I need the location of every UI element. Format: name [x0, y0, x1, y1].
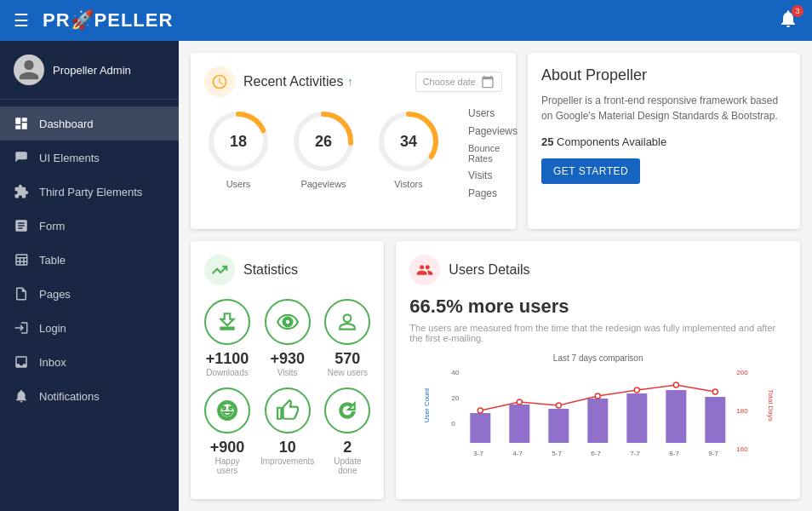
users-details-card: Users Details 66.5% more users The users… — [396, 241, 800, 499]
menu-icon[interactable]: ☰ — [14, 10, 29, 31]
svg-rect-12 — [471, 413, 491, 443]
sidebar-item-inbox[interactable]: Inbox — [0, 345, 179, 379]
users-chart: 40 20 0 200 180 160 — [435, 366, 766, 460]
gauge-users: 18 Users — [204, 107, 272, 197]
notification-bell[interactable]: 3 — [778, 9, 798, 32]
stat-item-happyusers: +900 Happy users — [204, 388, 250, 475]
svg-text:40: 40 — [452, 369, 460, 376]
stat-number-update: 2 — [324, 439, 370, 456]
stat-desc-newusers: New users — [324, 368, 370, 377]
main-content: Recent Activities ↑ Choose date — [179, 41, 812, 511]
stat-item-visits: +930 Visits — [260, 299, 314, 377]
app-logo: PR🚀PELLER — [43, 9, 778, 32]
svg-text:7-7: 7-7 — [631, 450, 641, 457]
sidebar-item-table[interactable]: Table — [0, 243, 179, 277]
stat-number-newusers: 570 — [324, 350, 370, 368]
stat-circle-downloads — [204, 299, 250, 345]
sidebar-item-pages-label: Pages — [39, 288, 71, 301]
svg-point-21 — [557, 403, 562, 408]
bell-badge: 3 — [792, 5, 803, 17]
up-arrow-icon: ↑ — [347, 75, 353, 89]
stat-circle-newusers — [324, 299, 370, 345]
svg-text:20: 20 — [452, 394, 460, 402]
gauge-visitors-label: Vistors — [375, 179, 443, 189]
svg-text:0: 0 — [452, 420, 456, 428]
stat-label-visits: Visits — [468, 169, 528, 181]
stat-label-pages: Pages — [468, 187, 528, 199]
svg-rect-16 — [627, 393, 648, 443]
svg-text:5-7: 5-7 — [552, 450, 563, 457]
stat-number-downloads: +1100 — [204, 350, 250, 368]
about-components: 25 Components Available — [541, 135, 786, 148]
gauge-visitors: 34 Vistors — [375, 107, 443, 197]
stat-number-visits: +930 — [260, 350, 314, 368]
statistics-card: Statistics +1100 Downloads +930 Visits — [191, 241, 384, 499]
sidebar-item-ui-elements[interactable]: UI Elements — [0, 141, 179, 175]
svg-rect-15 — [588, 399, 609, 443]
sidebar-item-form[interactable]: Form — [0, 209, 179, 243]
statistics-icon — [204, 255, 235, 285]
y-axis-left-label: User Count — [423, 388, 431, 422]
svg-point-23 — [635, 388, 640, 393]
stat-item-update: 2 Update done — [324, 388, 370, 475]
sidebar-item-inbox-label: Inbox — [39, 356, 66, 369]
statistics-grid: +1100 Downloads +930 Visits 570 New user… — [204, 299, 370, 475]
stat-label-bounce: BounceRates — [468, 143, 536, 164]
recent-activities-icon — [204, 66, 235, 97]
header: ☰ PR🚀PELLER 3 — [0, 0, 812, 41]
sidebar-item-notifications[interactable]: Notifications — [0, 379, 179, 413]
recent-activities-header: Recent Activities ↑ Choose date — [204, 66, 502, 97]
svg-text:3-7: 3-7 — [474, 450, 484, 457]
sidebar-item-dashboard[interactable]: Dashboard — [0, 106, 179, 141]
svg-text:9-7: 9-7 — [709, 450, 719, 457]
sidebar-user: Propeller Admin — [0, 41, 179, 100]
gauge-pageviews-value: 26 — [315, 133, 332, 151]
about-title: About Propeller — [541, 66, 786, 84]
stat-item-downloads: +1100 Downloads — [204, 299, 250, 377]
stat-circle-happyusers — [204, 388, 250, 433]
svg-rect-17 — [666, 390, 687, 443]
sidebar-item-login[interactable]: Login — [0, 311, 179, 345]
gauge-pageviews: 26 Pageviews — [289, 107, 357, 197]
svg-rect-13 — [510, 405, 530, 443]
sidebar: Propeller Admin Dashboard UI Elements Th… — [0, 41, 179, 511]
svg-text:6-7: 6-7 — [592, 450, 602, 457]
sidebar-item-third-party-label: Third Party Elements — [39, 186, 142, 198]
sidebar-item-pages[interactable]: Pages — [0, 277, 179, 311]
sidebar-item-form-label: Form — [39, 220, 65, 233]
sidebar-item-notifications-label: Notifications — [39, 390, 100, 403]
sidebar-nav: Dashboard UI Elements Third Party Elemen… — [0, 100, 179, 511]
gauge-visitors-circle: 34 — [375, 107, 443, 175]
svg-text:160: 160 — [737, 445, 749, 453]
stat-desc-happyusers: Happy users — [204, 456, 250, 475]
svg-rect-18 — [706, 397, 726, 443]
svg-point-24 — [674, 382, 679, 388]
stat-circle-update — [324, 388, 370, 433]
date-input[interactable]: Choose date — [415, 72, 502, 92]
get-started-button[interactable]: GET STARTED — [541, 158, 640, 184]
statistics-title: Statistics — [243, 262, 298, 278]
stat-desc-visits: Visits — [260, 368, 314, 377]
gauge-visitors-value: 34 — [400, 133, 417, 151]
users-subtitle: The users are measured from the time tha… — [409, 323, 786, 343]
statistics-header: Statistics — [204, 255, 370, 285]
stat-number-happyusers: +900 — [204, 439, 250, 456]
gauge-pageviews-label: Pageviews — [289, 179, 357, 189]
users-details-header: Users Details — [409, 255, 786, 285]
users-headline: 66.5% more users — [409, 296, 786, 318]
svg-point-20 — [518, 399, 523, 405]
stat-label-users: Users — [468, 107, 528, 119]
stat-item-improvements: 10 Improvements — [260, 388, 314, 475]
sidebar-item-third-party[interactable]: Third Party Elements — [0, 175, 179, 209]
stat-number-improvements: 10 — [260, 439, 314, 456]
svg-point-22 — [596, 393, 601, 399]
stat-label-pageviews: Pageviews — [468, 125, 528, 137]
stat-desc-improvements: Improvements — [260, 456, 314, 466]
about-description: Propeller is a front-end responsive fram… — [541, 93, 786, 123]
chart-wrapper: User Count Total Days 40 20 0 200 180 16… — [409, 366, 786, 463]
gauge-users-value: 18 — [230, 133, 247, 151]
stat-desc-downloads: Downloads — [204, 368, 250, 377]
y-axis-right-label: Total Days — [767, 389, 775, 421]
svg-text:4-7: 4-7 — [513, 450, 523, 457]
gauge-pageviews-circle: 26 — [289, 107, 357, 175]
